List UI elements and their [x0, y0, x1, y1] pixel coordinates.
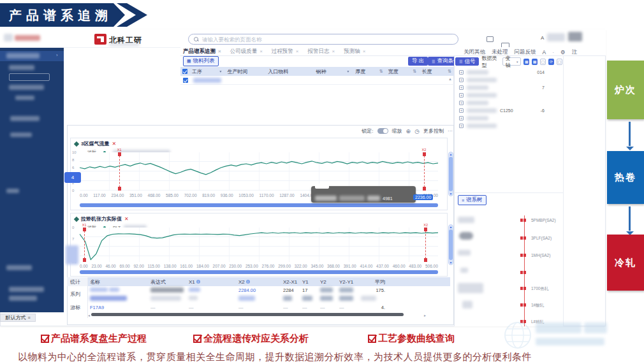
- chart-plot-area[interactable]: X1X2: [80, 228, 438, 262]
- column-header-4[interactable]: 厚度⇅: [353, 67, 386, 76]
- arrow-down-icon[interactable]: ▼: [450, 192, 453, 196]
- scroll-left-icon[interactable]: ◂: [88, 313, 90, 317]
- x-range-slider[interactable]: [80, 203, 438, 207]
- layout-icon[interactable]: ▢: [540, 59, 546, 65]
- search-input[interactable]: [202, 36, 453, 43]
- scroll-up-icon[interactable]: ▲: [448, 77, 452, 81]
- expand-node-icon[interactable]: +: [459, 108, 464, 113]
- tab-close-icon[interactable]: ×: [296, 48, 299, 54]
- sidebar-item-redacted[interactable]: [9, 65, 34, 70]
- sidebar-item-redacted[interactable]: [15, 96, 34, 100]
- stats-cursor-row[interactable]: F17A9 — — — — — — — 4.: [88, 304, 387, 311]
- signal-row-6[interactable]: +: [455, 114, 562, 122]
- sidebar-item-redacted[interactable]: [9, 296, 37, 301]
- scroll-right-icon[interactable]: ▸: [424, 313, 426, 317]
- tab-close-icon[interactable]: ×: [260, 48, 263, 54]
- more-controls-label[interactable]: 更多控制: [423, 127, 444, 134]
- expand-node-icon[interactable]: +: [459, 85, 464, 90]
- x-range-slider[interactable]: [80, 270, 438, 274]
- stats-series-row[interactable]: 2284.00 2284 17 175.: [88, 287, 387, 294]
- signal-row-2[interactable]: +7: [455, 83, 562, 91]
- stats-col-7[interactable]: Y2-Y1: [337, 279, 359, 285]
- signal-row-7[interactable]: +: [455, 122, 562, 129]
- signal-row-3[interactable]: +: [455, 91, 562, 99]
- select-all-checkbox[interactable]: [182, 69, 187, 74]
- sidebar-item-redacted[interactable]: [9, 287, 44, 292]
- tab-close-icon[interactable]: ×: [332, 48, 335, 54]
- default-mode-button[interactable]: 默认方式 ≡: [0, 314, 36, 322]
- pedigree-tree-badge[interactable]: ≡ 谱系树: [458, 195, 487, 205]
- link-feedback[interactable]: 问题反馈: [515, 48, 536, 56]
- sidebar-item-redacted[interactable]: [6, 53, 40, 59]
- tab-3[interactable]: 报警日志×: [308, 48, 335, 55]
- sidebar-item-redacted[interactable]: [6, 265, 32, 270]
- chart-plot-area[interactable]: X1X2: [80, 152, 438, 191]
- refresh-icon[interactable]: ⟳: [548, 59, 554, 65]
- row-checkbox[interactable]: [183, 78, 188, 83]
- y-range-slider-redacted[interactable]: [66, 245, 78, 264]
- signal-row-5[interactable]: +C1250-6: [455, 106, 562, 114]
- tree-item-redacted[interactable]: [462, 301, 472, 308]
- column-header-6[interactable]: 长度⇅: [419, 67, 454, 76]
- expand-node-icon[interactable]: +: [459, 93, 464, 98]
- page-search[interactable]: [188, 34, 458, 45]
- sidebar-input-redacted[interactable]: [9, 73, 50, 81]
- tree-node-4[interactable]: [520, 287, 526, 290]
- stats-col-8[interactable]: 平均: [359, 279, 387, 286]
- sort-icon[interactable]: ⇅: [413, 69, 417, 74]
- stats-col-0[interactable]: 名称: [88, 279, 149, 286]
- column-header-1[interactable]: 生产时间: [225, 67, 266, 76]
- zoom-in-icon[interactable]: ⊕: [406, 128, 411, 134]
- arrow-up-icon[interactable]: ▲: [450, 152, 453, 156]
- cursor-x2[interactable]: X2: [424, 152, 425, 191]
- arrow-down-icon[interactable]: ▼: [450, 261, 453, 264]
- stats-col-4[interactable]: X2-X1: [281, 279, 300, 285]
- tree-item-redacted[interactable]: [459, 232, 473, 240]
- info-icon[interactable]: i: [196, 280, 200, 284]
- tree-item-redacted[interactable]: [458, 283, 483, 293]
- signal-row-0[interactable]: +014: [455, 68, 562, 76]
- expand-node-icon[interactable]: +: [459, 124, 464, 128]
- filter-icon[interactable]: ▼: [219, 69, 222, 73]
- tab-4[interactable]: 预测轴×: [344, 48, 365, 55]
- sidebar-item-redacted[interactable]: [10, 116, 40, 121]
- user-letter[interactable]: A: [543, 49, 546, 55]
- stats-col-1[interactable]: 表达式: [149, 279, 187, 286]
- chart-vertical-slider[interactable]: ▲▼: [448, 224, 453, 265]
- tree-item-redacted[interactable]: [460, 268, 468, 273]
- column-header-0[interactable]: 工序▼: [189, 67, 225, 76]
- axis-merge-icon[interactable]: ▦: [523, 59, 529, 65]
- cursor-x1[interactable]: X1: [119, 152, 120, 191]
- tab-0[interactable]: 产品谱系追溯×: [183, 48, 221, 55]
- ellipsis-icon[interactable]: ···: [448, 128, 453, 134]
- chart-vertical-slider[interactable]: ▲▼: [448, 152, 453, 196]
- document-icon[interactable]: [487, 36, 494, 42]
- tree-node-0[interactable]: [520, 219, 526, 222]
- materials-table-row[interactable]: [180, 76, 454, 85]
- tree-node-2[interactable]: [520, 254, 526, 257]
- signal-badge[interactable]: ☰ 信号: [455, 57, 479, 66]
- column-header-3[interactable]: 钢种▼: [314, 67, 353, 76]
- tree-item-redacted[interactable]: [458, 250, 471, 256]
- history-icon[interactable]: ◷: [414, 128, 420, 134]
- tab-close-icon[interactable]: ×: [363, 48, 366, 54]
- tab-2[interactable]: 过程预警×: [272, 48, 299, 55]
- cursor-x2[interactable]: X2: [425, 228, 426, 262]
- tab-close-icon[interactable]: ×: [218, 48, 221, 54]
- material-id-redacted[interactable]: [193, 78, 221, 83]
- expand-node-icon[interactable]: +: [459, 101, 464, 105]
- sidebar-item-redacted[interactable]: [9, 85, 44, 90]
- expand-node-icon[interactable]: +: [459, 116, 464, 120]
- stats-rail-series[interactable]: 系列: [67, 286, 87, 302]
- chart-close-icon[interactable]: ✕: [112, 141, 116, 147]
- stats-col-2[interactable]: X1i: [187, 279, 237, 285]
- expand-node-icon[interactable]: +: [459, 70, 464, 75]
- stats-rail-cursor[interactable]: 游标: [67, 302, 87, 312]
- arrow-up-icon[interactable]: ▲: [450, 225, 453, 229]
- materials-list-badge[interactable]: ▦ 物料列表: [183, 56, 219, 66]
- tree-node-1[interactable]: [520, 236, 526, 240]
- lock-toggle[interactable]: [377, 128, 388, 134]
- y-range-slider-thumb[interactable]: 4: [64, 172, 81, 183]
- tree-node-3[interactable]: [520, 271, 526, 274]
- tree-node-5[interactable]: [520, 303, 526, 307]
